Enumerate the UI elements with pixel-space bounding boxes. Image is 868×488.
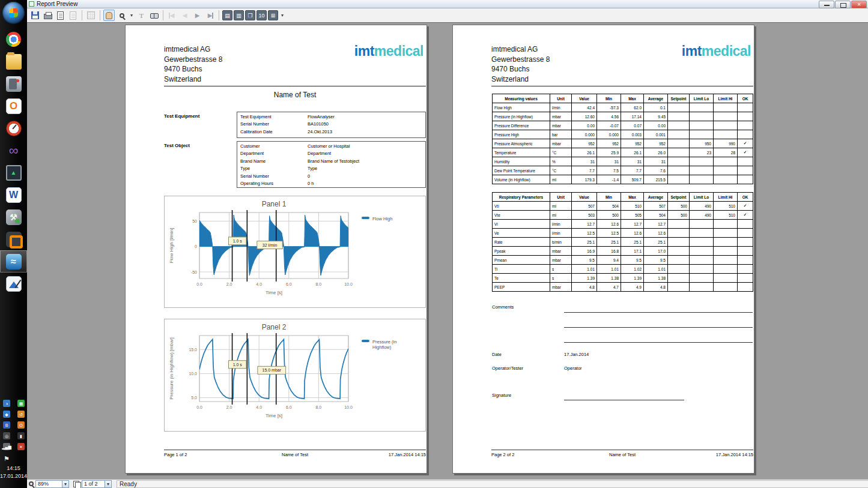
page-select[interactable]: 1 of 2▼ [82,480,112,488]
table-cell: 62.0 [621,103,644,112]
chevron-down-icon[interactable]: ▼ [105,481,111,487]
table-cell: % [550,157,572,166]
tools-icon[interactable]: ⚒ [0,206,27,228]
office-icon[interactable]: O [17,421,25,429]
last-page-icon[interactable]: ▶ [204,10,216,21]
hand-tool-icon[interactable] [103,10,115,21]
svg-text:50: 50 [192,219,197,223]
test-name-heading: Name of Test [164,91,426,99]
kv-row: TypeType [240,165,422,172]
app-circle-icon[interactable]: ◎ [3,432,10,439]
table-cell: 23 [690,148,714,157]
imaging-icon[interactable] [0,273,27,295]
zoom-tool-icon[interactable] [116,10,127,21]
save-icon[interactable] [29,10,41,21]
table-cell: 490 [690,211,714,220]
table-cell: 1.38 [597,274,621,283]
table-cell [738,112,753,121]
vmware-icon[interactable] [0,228,27,250]
page-grid-icon[interactable]: ⊞ [268,10,278,20]
timer-icon[interactable] [0,117,27,139]
zoom-caret-icon[interactable]: ▾ [129,10,135,21]
svg-text:8.0: 8.0 [316,405,322,409]
maximize-button[interactable] [835,1,851,8]
whole-page-icon[interactable]: ▤ [222,10,232,20]
outlook-icon[interactable]: O [0,95,27,117]
sync-icon[interactable]: ↺ [17,411,25,418]
table-cell [738,256,753,265]
column-header: Max [621,94,644,103]
table-cell: 7.6 [644,166,668,175]
table-row: Flow Highl/min42.4-57.362.00.1 [493,103,753,112]
company-address: imtmedical AG Gewerbestrasse 8 9470 Buch… [164,44,222,84]
view-caret-icon[interactable]: ▾ [279,10,285,21]
dropbox-icon[interactable]: ◆ [3,411,10,418]
monitor-green-icon[interactable]: ▦ [17,400,25,407]
column-header: Limit Hi [714,193,738,202]
table-row: Vel/min12.512.512.612.6 [493,229,753,238]
signal-icon[interactable]: ▂▄▆ [3,443,10,450]
svg-text:6.0: 6.0 [286,405,292,409]
explorer-icon[interactable] [0,50,27,73]
preview-area[interactable]: imtmedical AG Gewerbestrasse 8 9470 Buch… [27,23,868,479]
minimize-button[interactable] [819,1,834,8]
two-pages-icon[interactable]: ❐ [245,10,255,20]
table-cell: 31 [621,157,644,166]
zoom-level-select[interactable]: 89%▼ [35,480,69,488]
imaging-icon [6,276,22,292]
taskbar-clock[interactable]: 14:15 17.01.2014 [0,465,27,480]
table-cell: 7.5 [597,166,621,175]
column-header: Unit [550,94,572,103]
table-cell: Ve [493,229,550,238]
action-center-flag-icon[interactable]: ⚑ [4,455,10,463]
table-cell: mbar [550,256,572,265]
svg-text:0.0: 0.0 [196,405,202,409]
table-row: Vtiml507504510507500490510✓ [493,202,753,211]
visual-studio-icon[interactable]: ∞ [0,139,27,161]
page-footer: Page 1 of 2 Name of Test 17.Jan.2014 14:… [164,452,426,457]
system-monitor-icon[interactable]: ▲ [0,161,27,184]
table-cell: 25.1 [572,238,597,247]
company-address: imtmedical AG Gewerbestrasse 8 9470 Buch… [491,44,550,84]
footer-rule [491,450,753,450]
visual-studio-icon: ∞ [6,143,22,158]
multi-page-icon[interactable]: 10 [256,10,267,20]
print-icon[interactable] [42,10,53,21]
bluetooth-icon[interactable]: B [3,421,10,429]
operator-label: Operator/Tester [492,366,523,371]
volume-muted-icon[interactable]: ✕ [17,443,25,450]
chart-panel-1: Panel 11.0 s32 l/min0.02.04.06.08.010.0-… [164,196,426,308]
table-cell: bar [550,130,572,139]
table-cell: mbar [550,121,572,130]
page-setup-icon[interactable] [55,10,66,21]
svg-text:1.0 s: 1.0 s [233,363,243,367]
network-icon[interactable]: ◑ [3,400,10,407]
title-bar[interactable]: Report Preview ✕ [27,0,868,8]
column-header: Value [572,193,597,202]
table-cell: 0.001 [644,130,668,139]
table-cell [714,265,738,274]
table-cell: 510 [621,202,644,211]
footer-test-name: Name of Test [164,452,426,457]
table-cell: Pressure (in Highflow) [493,112,550,121]
vault-icon[interactable] [0,73,27,95]
find-icon[interactable] [148,10,160,21]
flowlab-icon[interactable]: ≈ [0,250,27,273]
column-header: OK [738,94,753,103]
next-page-icon[interactable]: ▶ [192,10,203,21]
table-cell: 9.5 [621,256,644,265]
word-icon[interactable]: W [0,184,27,206]
page-width-icon[interactable]: ▥ [234,10,244,20]
svg-text:Time [s]: Time [s] [266,290,282,295]
close-button[interactable]: ✕ [851,1,867,8]
chevron-down-icon[interactable]: ▼ [62,481,68,487]
table-cell: 0.1 [644,103,668,112]
report-table: Respiratory ParametersUnitValueMinMaxAve… [492,192,753,292]
table-cell: 509.7 [621,175,644,184]
chrome-icon[interactable] [0,28,27,50]
zoom-level-icon [29,481,34,486]
start-button[interactable] [2,2,25,24]
battery-icon[interactable]: ▮ [17,432,25,439]
table-cell [668,229,690,238]
svg-text:2.0: 2.0 [226,282,232,286]
